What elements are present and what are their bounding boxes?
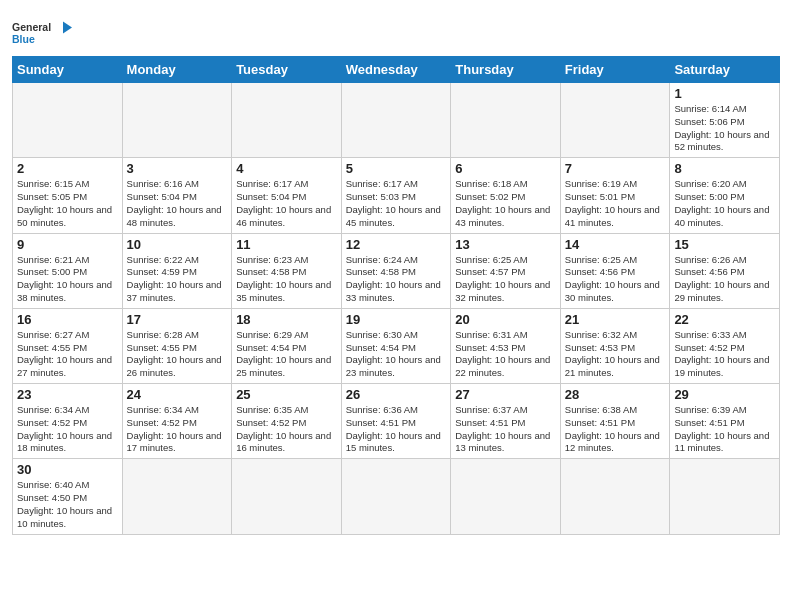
day-info: Sunrise: 6:24 AM Sunset: 4:58 PM Dayligh…: [346, 254, 447, 305]
day-number: 28: [565, 387, 666, 402]
day-header-saturday: Saturday: [670, 57, 780, 83]
calendar-week-row: 1Sunrise: 6:14 AM Sunset: 5:06 PM Daylig…: [13, 83, 780, 158]
calendar-cell: [341, 83, 451, 158]
day-number: 12: [346, 237, 447, 252]
day-number: 13: [455, 237, 556, 252]
calendar-cell: 11Sunrise: 6:23 AM Sunset: 4:58 PM Dayli…: [232, 233, 342, 308]
day-number: 16: [17, 312, 118, 327]
calendar-cell: 22Sunrise: 6:33 AM Sunset: 4:52 PM Dayli…: [670, 308, 780, 383]
day-number: 14: [565, 237, 666, 252]
day-info: Sunrise: 6:34 AM Sunset: 4:52 PM Dayligh…: [17, 404, 118, 455]
calendar-cell: 19Sunrise: 6:30 AM Sunset: 4:54 PM Dayli…: [341, 308, 451, 383]
day-number: 1: [674, 86, 775, 101]
page: General Blue SundayMondayTuesdayWednesda…: [0, 0, 792, 545]
calendar-cell: 2Sunrise: 6:15 AM Sunset: 5:05 PM Daylig…: [13, 158, 123, 233]
day-info: Sunrise: 6:40 AM Sunset: 4:50 PM Dayligh…: [17, 479, 118, 530]
day-number: 22: [674, 312, 775, 327]
calendar-cell: 7Sunrise: 6:19 AM Sunset: 5:01 PM Daylig…: [560, 158, 670, 233]
day-info: Sunrise: 6:20 AM Sunset: 5:00 PM Dayligh…: [674, 178, 775, 229]
calendar-cell: [232, 459, 342, 534]
calendar-cell: 15Sunrise: 6:26 AM Sunset: 4:56 PM Dayli…: [670, 233, 780, 308]
day-number: 17: [127, 312, 228, 327]
day-info: Sunrise: 6:36 AM Sunset: 4:51 PM Dayligh…: [346, 404, 447, 455]
calendar-week-row: 16Sunrise: 6:27 AM Sunset: 4:55 PM Dayli…: [13, 308, 780, 383]
calendar-cell: 21Sunrise: 6:32 AM Sunset: 4:53 PM Dayli…: [560, 308, 670, 383]
day-number: 2: [17, 161, 118, 176]
svg-marker-2: [63, 22, 72, 34]
calendar-cell: [670, 459, 780, 534]
calendar-cell: 9Sunrise: 6:21 AM Sunset: 5:00 PM Daylig…: [13, 233, 123, 308]
day-info: Sunrise: 6:37 AM Sunset: 4:51 PM Dayligh…: [455, 404, 556, 455]
day-info: Sunrise: 6:26 AM Sunset: 4:56 PM Dayligh…: [674, 254, 775, 305]
day-info: Sunrise: 6:14 AM Sunset: 5:06 PM Dayligh…: [674, 103, 775, 154]
calendar-week-row: 2Sunrise: 6:15 AM Sunset: 5:05 PM Daylig…: [13, 158, 780, 233]
calendar-cell: 4Sunrise: 6:17 AM Sunset: 5:04 PM Daylig…: [232, 158, 342, 233]
day-info: Sunrise: 6:27 AM Sunset: 4:55 PM Dayligh…: [17, 329, 118, 380]
calendar-cell: 24Sunrise: 6:34 AM Sunset: 4:52 PM Dayli…: [122, 384, 232, 459]
calendar-cell: [122, 459, 232, 534]
calendar-cell: 14Sunrise: 6:25 AM Sunset: 4:56 PM Dayli…: [560, 233, 670, 308]
header: General Blue: [12, 10, 780, 50]
day-number: 23: [17, 387, 118, 402]
calendar-cell: 29Sunrise: 6:39 AM Sunset: 4:51 PM Dayli…: [670, 384, 780, 459]
calendar-cell: 16Sunrise: 6:27 AM Sunset: 4:55 PM Dayli…: [13, 308, 123, 383]
calendar-cell: 27Sunrise: 6:37 AM Sunset: 4:51 PM Dayli…: [451, 384, 561, 459]
calendar-cell: 23Sunrise: 6:34 AM Sunset: 4:52 PM Dayli…: [13, 384, 123, 459]
day-number: 11: [236, 237, 337, 252]
day-info: Sunrise: 6:16 AM Sunset: 5:04 PM Dayligh…: [127, 178, 228, 229]
calendar-cell: 20Sunrise: 6:31 AM Sunset: 4:53 PM Dayli…: [451, 308, 561, 383]
day-header-thursday: Thursday: [451, 57, 561, 83]
day-number: 10: [127, 237, 228, 252]
day-info: Sunrise: 6:29 AM Sunset: 4:54 PM Dayligh…: [236, 329, 337, 380]
day-header-tuesday: Tuesday: [232, 57, 342, 83]
day-number: 20: [455, 312, 556, 327]
day-number: 25: [236, 387, 337, 402]
day-info: Sunrise: 6:32 AM Sunset: 4:53 PM Dayligh…: [565, 329, 666, 380]
day-header-sunday: Sunday: [13, 57, 123, 83]
calendar-cell: [341, 459, 451, 534]
day-number: 6: [455, 161, 556, 176]
day-number: 26: [346, 387, 447, 402]
calendar-cell: 28Sunrise: 6:38 AM Sunset: 4:51 PM Dayli…: [560, 384, 670, 459]
day-header-monday: Monday: [122, 57, 232, 83]
calendar-cell: 5Sunrise: 6:17 AM Sunset: 5:03 PM Daylig…: [341, 158, 451, 233]
svg-text:General: General: [12, 21, 51, 33]
day-number: 29: [674, 387, 775, 402]
day-info: Sunrise: 6:28 AM Sunset: 4:55 PM Dayligh…: [127, 329, 228, 380]
calendar-cell: 30Sunrise: 6:40 AM Sunset: 4:50 PM Dayli…: [13, 459, 123, 534]
calendar-cell: [560, 459, 670, 534]
day-header-wednesday: Wednesday: [341, 57, 451, 83]
calendar-week-row: 9Sunrise: 6:21 AM Sunset: 5:00 PM Daylig…: [13, 233, 780, 308]
day-info: Sunrise: 6:39 AM Sunset: 4:51 PM Dayligh…: [674, 404, 775, 455]
calendar-cell: [232, 83, 342, 158]
day-info: Sunrise: 6:18 AM Sunset: 5:02 PM Dayligh…: [455, 178, 556, 229]
day-number: 21: [565, 312, 666, 327]
calendar-cell: 10Sunrise: 6:22 AM Sunset: 4:59 PM Dayli…: [122, 233, 232, 308]
calendar-cell: [122, 83, 232, 158]
calendar-header-row: SundayMondayTuesdayWednesdayThursdayFrid…: [13, 57, 780, 83]
day-info: Sunrise: 6:33 AM Sunset: 4:52 PM Dayligh…: [674, 329, 775, 380]
day-number: 4: [236, 161, 337, 176]
day-info: Sunrise: 6:38 AM Sunset: 4:51 PM Dayligh…: [565, 404, 666, 455]
day-number: 19: [346, 312, 447, 327]
day-info: Sunrise: 6:21 AM Sunset: 5:00 PM Dayligh…: [17, 254, 118, 305]
calendar: SundayMondayTuesdayWednesdayThursdayFrid…: [12, 56, 780, 535]
day-info: Sunrise: 6:34 AM Sunset: 4:52 PM Dayligh…: [127, 404, 228, 455]
calendar-cell: 13Sunrise: 6:25 AM Sunset: 4:57 PM Dayli…: [451, 233, 561, 308]
day-info: Sunrise: 6:19 AM Sunset: 5:01 PM Dayligh…: [565, 178, 666, 229]
day-number: 27: [455, 387, 556, 402]
calendar-cell: 8Sunrise: 6:20 AM Sunset: 5:00 PM Daylig…: [670, 158, 780, 233]
calendar-cell: [451, 83, 561, 158]
calendar-cell: [451, 459, 561, 534]
day-number: 7: [565, 161, 666, 176]
calendar-cell: 6Sunrise: 6:18 AM Sunset: 5:02 PM Daylig…: [451, 158, 561, 233]
calendar-week-row: 23Sunrise: 6:34 AM Sunset: 4:52 PM Dayli…: [13, 384, 780, 459]
logo: General Blue: [12, 14, 72, 50]
day-number: 15: [674, 237, 775, 252]
day-number: 5: [346, 161, 447, 176]
day-number: 8: [674, 161, 775, 176]
day-info: Sunrise: 6:15 AM Sunset: 5:05 PM Dayligh…: [17, 178, 118, 229]
calendar-cell: [13, 83, 123, 158]
day-info: Sunrise: 6:30 AM Sunset: 4:54 PM Dayligh…: [346, 329, 447, 380]
day-info: Sunrise: 6:31 AM Sunset: 4:53 PM Dayligh…: [455, 329, 556, 380]
